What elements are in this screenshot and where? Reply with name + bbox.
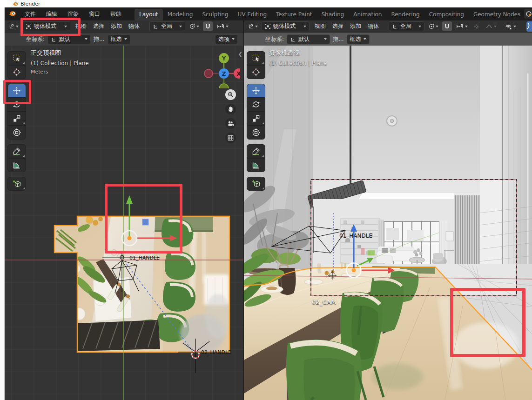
fallback-label: 默认: [298, 35, 310, 43]
ortho-grid-button[interactable]: [225, 133, 236, 143]
snap-toggle[interactable]: [203, 21, 213, 31]
header-menu-item[interactable]: 选择: [90, 21, 108, 32]
editor-type-icon: [248, 23, 254, 30]
header-menu-item[interactable]: 添加: [108, 21, 125, 32]
pivot-dropdown[interactable]: [187, 21, 201, 31]
orientation-icon: [153, 23, 159, 29]
pan-hand-button[interactable]: [225, 104, 236, 114]
chevron-down-icon: [418, 26, 421, 27]
topbar-menu-item[interactable]: 窗口: [85, 8, 104, 20]
drag-label: 拖...: [94, 35, 104, 43]
tool-cursor[interactable]: [247, 65, 265, 79]
select-mode-dropdown[interactable]: 框选: [347, 34, 370, 44]
tool-measure[interactable]: [7, 158, 26, 172]
tool-rotate[interactable]: [247, 98, 265, 112]
tool-transform[interactable]: [247, 126, 265, 140]
gizmo-toggle-partial[interactable]: [526, 21, 532, 32]
tool-add-cube[interactable]: [247, 177, 265, 191]
proportional-edit-toggle[interactable]: [471, 21, 482, 31]
pivot-dropdown[interactable]: [426, 21, 440, 31]
chevron-down-icon: [364, 38, 366, 40]
header-menu-item[interactable]: 添加: [347, 21, 364, 32]
orientation-dropdown[interactable]: 全局: [389, 21, 424, 31]
workspace-tab[interactable]: Geometry Nodes: [469, 9, 525, 20]
workspace-tab[interactable]: Layout: [135, 9, 163, 20]
scene-icon: [525, 11, 532, 17]
orientation-dropdown[interactable]: 全局: [149, 21, 185, 31]
tool-select-box[interactable]: [247, 51, 265, 65]
options-dropdown[interactable]: 选项: [215, 34, 238, 44]
snap-target-icon: [456, 23, 464, 30]
object-mode-icon: [265, 23, 271, 29]
topbar-menu-item[interactable]: 帮助: [107, 8, 125, 20]
orientation-label: 全局: [161, 22, 172, 30]
workspace-tab[interactable]: Animation: [349, 9, 386, 20]
navigation-gizmo[interactable]: Y X Z: [201, 49, 240, 90]
falloff-curve-icon: [485, 23, 493, 30]
tool-add-cube[interactable]: [7, 177, 26, 191]
drag-label: 拖...: [333, 35, 343, 43]
proportional-dot-icon: [473, 23, 480, 30]
move-axes-icon: [51, 36, 57, 42]
pivot-icon: [189, 23, 195, 30]
tool-annotate[interactable]: [247, 144, 265, 158]
right-tool-settings: 坐标系: 默认 拖... 框选: [244, 33, 532, 46]
workspace-tab[interactable]: UV Editing: [233, 9, 271, 20]
fallback-orientation-dropdown[interactable]: 默认: [287, 34, 330, 44]
move-axes-icon: [290, 36, 296, 42]
snap-settings-dropdown[interactable]: [215, 21, 230, 31]
falloff-dropdown[interactable]: [484, 21, 498, 31]
workspace-tab[interactable]: Shading: [317, 9, 349, 20]
visibility-dropdown[interactable]: [503, 21, 518, 31]
snap-target-icon: [216, 23, 225, 30]
camera-label: 02_CAM: [312, 299, 336, 306]
tool-transform[interactable]: [7, 126, 26, 140]
annotation-box-move-tool: [3, 80, 31, 104]
select-mode-label: 框选: [111, 35, 122, 43]
header-menu-item[interactable]: 物体: [125, 21, 143, 32]
tool-move[interactable]: [247, 84, 265, 98]
handle2-label: 02_HANDLE: [201, 349, 231, 355]
camera-view-button[interactable]: [225, 118, 236, 129]
blender-logo-icon: [13, 1, 18, 7]
workspace-tab[interactable]: Modeling: [163, 9, 198, 20]
editor-type-button[interactable]: [246, 21, 260, 31]
select-mode-dropdown[interactable]: 框选: [108, 34, 130, 44]
chevron-down-icon: [232, 38, 235, 40]
left-toolbar: [7, 51, 26, 191]
tool-select-box[interactable]: [7, 51, 26, 65]
slat-partition: [454, 193, 480, 265]
tool-scale[interactable]: [7, 112, 26, 126]
header-menu-item[interactable]: 视图: [311, 21, 329, 32]
chevron-down-icon: [124, 38, 127, 40]
tool-annotate[interactable]: [7, 144, 26, 158]
right-toolbar: [247, 51, 265, 191]
tool-measure[interactable]: [247, 158, 265, 172]
zoom-button[interactable]: [225, 89, 236, 100]
mode-dropdown[interactable]: 物体模式: [262, 21, 310, 31]
snap-settings-dropdown[interactable]: [454, 21, 470, 31]
workspace-tabs: LayoutModelingSculptingUV EditingTexture…: [135, 7, 532, 20]
workspace-tab[interactable]: Rendering: [386, 9, 424, 20]
window-title: Blender: [20, 1, 40, 7]
scene-selector-partial[interactable]: [524, 9, 532, 19]
header-menu-item[interactable]: 选择: [329, 21, 347, 32]
os-titlebar[interactable]: Blender: [0, 0, 532, 7]
chevron-down-icon: [85, 38, 88, 40]
editor-type-button[interactable]: [7, 21, 20, 31]
header-menu-item[interactable]: 物体: [364, 21, 382, 32]
workspace-tab[interactable]: Texture Paint: [271, 9, 317, 20]
snap-toggle[interactable]: [442, 21, 452, 31]
annotation-box-gizmo: [105, 184, 182, 253]
annotation-box-mode-dropdown: [20, 18, 81, 36]
workspace-tab[interactable]: Compositing: [424, 9, 469, 20]
view-controls: [225, 89, 236, 143]
tool-scale[interactable]: [247, 112, 265, 126]
tool-cursor[interactable]: [7, 65, 26, 79]
orientation-label: 全局: [400, 22, 411, 30]
workspace-tab[interactable]: Sculpting: [197, 9, 233, 20]
topbar: 文件编辑渲染窗口帮助 LayoutModelingSculptingUV Edi…: [5, 7, 532, 20]
right-viewport-header: 物体模式 视图选择添加物体 全局: [244, 20, 532, 33]
blender-menu-icon[interactable]: [8, 9, 16, 19]
mode-label: 物体模式: [273, 22, 296, 30]
